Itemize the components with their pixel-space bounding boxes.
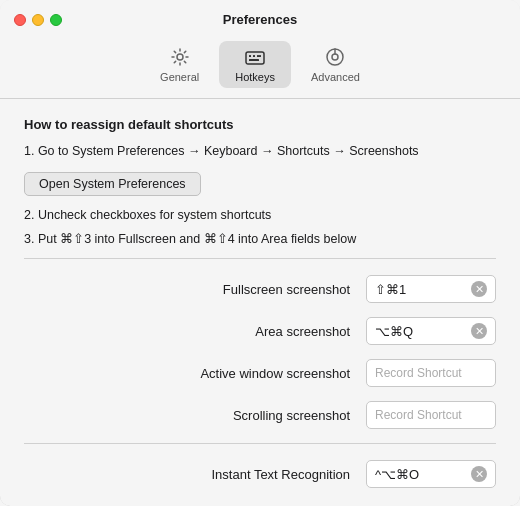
svg-rect-1 [246, 52, 264, 64]
scrolling-shortcut-row: Scrolling screenshot Record Shortcut [24, 401, 496, 429]
advanced-label: Advanced [311, 71, 360, 83]
section-title: How to reassign default shortcuts [24, 117, 496, 132]
svg-point-0 [177, 54, 183, 60]
hotkeys-label: Hotkeys [235, 71, 275, 83]
instruction-1: 1. Go to System Preferences → Keyboard →… [24, 142, 496, 161]
fullscreen-label: Fullscreen screenshot [24, 282, 366, 297]
maximize-button[interactable] [50, 14, 62, 26]
tab-hotkeys[interactable]: Hotkeys [219, 41, 291, 88]
general-label: General [160, 71, 199, 83]
instant-text-clear-button[interactable]: ✕ [471, 466, 487, 482]
window-title: Preferences [223, 12, 297, 27]
fullscreen-clear-button[interactable]: ✕ [471, 281, 487, 297]
instruction-2: 2. Uncheck checkboxes for system shortcu… [24, 206, 496, 225]
svg-point-9 [332, 54, 338, 60]
dial-icon [324, 46, 346, 68]
svg-rect-5 [249, 59, 259, 61]
tab-general[interactable]: General [144, 41, 215, 88]
active-window-label: Active window screenshot [24, 366, 366, 381]
tab-advanced[interactable]: Advanced [295, 41, 376, 88]
fullscreen-shortcut-row: Fullscreen screenshot ⇧⌘1 ✕ [24, 275, 496, 303]
active-window-field[interactable]: Record Shortcut [366, 359, 496, 387]
svg-rect-7 [259, 55, 261, 57]
instant-text-field[interactable]: ^⌥⌘O ✕ [366, 460, 496, 488]
scrolling-placeholder: Record Shortcut [375, 408, 462, 422]
content-area: How to reassign default shortcuts 1. Go … [0, 99, 520, 506]
instant-text-label: Instant Text Recognition [24, 467, 366, 482]
instant-text-value: ^⌥⌘O [375, 467, 419, 482]
instant-divider [24, 443, 496, 444]
scrolling-label: Scrolling screenshot [24, 408, 366, 423]
svg-rect-4 [257, 55, 259, 57]
area-field[interactable]: ⌥⌘Q ✕ [366, 317, 496, 345]
svg-rect-2 [249, 55, 251, 57]
instruction-3: 3. Put ⌘⇧3 into Fullscreen and ⌘⇧4 into … [24, 230, 496, 249]
toolbar: General Hotkeys [0, 33, 520, 98]
shortcuts-section: Fullscreen screenshot ⇧⌘1 ✕ Area screens… [24, 275, 496, 429]
gear-icon [169, 46, 191, 68]
active-window-shortcut-row: Active window screenshot Record Shortcut [24, 359, 496, 387]
minimize-button[interactable] [32, 14, 44, 26]
area-label: Area screenshot [24, 324, 366, 339]
fullscreen-value: ⇧⌘1 [375, 282, 406, 297]
title-bar: Preferences [0, 0, 520, 33]
close-button[interactable] [14, 14, 26, 26]
keyboard-icon [244, 46, 266, 68]
shortcuts-divider [24, 258, 496, 259]
instant-text-row: Instant Text Recognition ^⌥⌘O ✕ [24, 460, 496, 488]
area-value: ⌥⌘Q [375, 324, 413, 339]
area-shortcut-row: Area screenshot ⌥⌘Q ✕ [24, 317, 496, 345]
active-window-placeholder: Record Shortcut [375, 366, 462, 380]
instant-section: Instant Text Recognition ^⌥⌘O ✕ [24, 460, 496, 488]
fullscreen-field[interactable]: ⇧⌘1 ✕ [366, 275, 496, 303]
area-clear-button[interactable]: ✕ [471, 323, 487, 339]
scrolling-field[interactable]: Record Shortcut [366, 401, 496, 429]
open-system-preferences-button[interactable]: Open System Preferences [24, 172, 201, 196]
preferences-window: Preferences General [0, 0, 520, 506]
traffic-lights [14, 14, 62, 26]
svg-rect-3 [253, 55, 255, 57]
